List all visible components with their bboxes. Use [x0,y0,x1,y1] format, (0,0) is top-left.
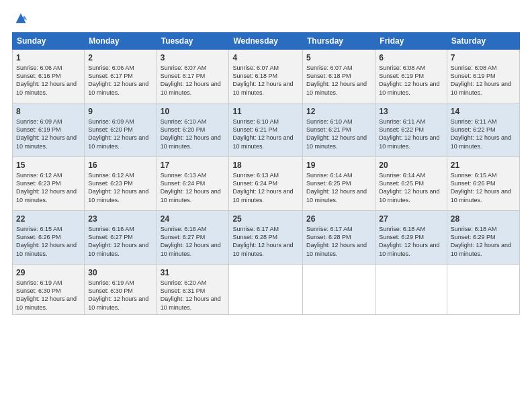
daylight-text: Daylight: 12 hours and 10 minutes. [161,134,221,149]
day-number: 2 [88,52,152,63]
calendar-cell: 19Sunrise: 6:14 AMSunset: 6:25 PMDayligh… [303,157,375,211]
sunset-text: Sunset: 6:30 PM [88,287,133,294]
day-number: 18 [232,160,299,171]
sunset-text: Sunset: 6:29 PM [451,234,496,240]
daylight-text: Daylight: 12 hours and 10 minutes. [232,188,293,203]
daylight-text: Daylight: 12 hours and 10 minutes. [232,134,293,149]
calendar-day-header: Wednesday [229,33,303,50]
sunrise-text: Sunrise: 6:15 AM [451,172,497,179]
sunset-text: Sunset: 6:17 PM [161,73,206,79]
sunset-text: Sunset: 6:19 PM [451,73,496,79]
sunrise-text: Sunrise: 6:08 AM [379,64,425,71]
calendar-cell: 13Sunrise: 6:11 AMSunset: 6:22 PMDayligh… [375,103,447,157]
logo [12,11,28,26]
sunrise-text: Sunrise: 6:18 AM [451,226,497,232]
sunset-text: Sunset: 6:24 PM [161,180,206,187]
sunset-text: Sunset: 6:21 PM [232,126,277,133]
sunset-text: Sunset: 6:19 PM [379,73,424,79]
sunrise-text: Sunrise: 6:14 AM [379,172,425,179]
day-number: 29 [16,267,81,278]
day-number: 12 [306,106,371,117]
header [12,11,520,26]
sunrise-text: Sunrise: 6:09 AM [16,118,62,125]
calendar-cell: 8Sunrise: 6:09 AMSunset: 6:19 PMDaylight… [13,103,85,157]
day-number: 27 [379,214,443,224]
daylight-text: Daylight: 12 hours and 10 minutes. [451,188,511,203]
day-number: 13 [379,106,443,117]
calendar-cell: 23Sunrise: 6:16 AMSunset: 6:27 PMDayligh… [85,211,157,265]
sunset-text: Sunset: 6:25 PM [379,180,424,187]
calendar-cell: 21Sunrise: 6:15 AMSunset: 6:26 PMDayligh… [447,157,519,211]
sunset-text: Sunset: 6:22 PM [379,126,424,133]
daylight-text: Daylight: 12 hours and 10 minutes. [88,242,148,257]
daylight-text: Daylight: 12 hours and 10 minutes. [232,81,293,95]
day-number: 21 [451,160,516,171]
calendar-week-row: 8Sunrise: 6:09 AMSunset: 6:19 PMDaylight… [13,103,520,157]
calendar-cell: 12Sunrise: 6:10 AMSunset: 6:21 PMDayligh… [303,103,375,157]
day-number: 7 [451,52,516,63]
sunrise-text: Sunrise: 6:12 AM [16,172,62,179]
sunrise-text: Sunrise: 6:15 AM [16,226,62,232]
sunrise-text: Sunrise: 6:10 AM [232,118,279,125]
day-number: 6 [379,52,443,63]
calendar-day-header: Friday [375,33,447,50]
sunrise-text: Sunrise: 6:20 AM [161,279,207,286]
calendar-cell: 31Sunrise: 6:20 AMSunset: 6:31 PMDayligh… [157,265,229,315]
day-number: 1 [16,52,81,63]
daylight-text: Daylight: 12 hours and 10 minutes. [306,188,367,203]
sunset-text: Sunset: 6:16 PM [16,73,61,79]
calendar-cell: 6Sunrise: 6:08 AMSunset: 6:19 PMDaylight… [375,50,447,103]
calendar-cell: 9Sunrise: 6:09 AMSunset: 6:20 PMDaylight… [85,103,157,157]
daylight-text: Daylight: 12 hours and 10 minutes. [232,242,293,257]
calendar-week-row: 1Sunrise: 6:06 AMSunset: 6:16 PMDaylight… [13,50,520,103]
sunrise-text: Sunrise: 6:18 AM [379,226,425,232]
calendar-cell: 29Sunrise: 6:19 AMSunset: 6:30 PMDayligh… [13,265,85,315]
sunset-text: Sunset: 6:30 PM [16,287,61,294]
day-number: 26 [306,214,371,224]
calendar-cell: 2Sunrise: 6:06 AMSunset: 6:17 PMDaylight… [85,50,157,103]
day-number: 9 [88,106,152,117]
sunset-text: Sunset: 6:23 PM [16,180,61,187]
daylight-text: Daylight: 12 hours and 10 minutes. [306,134,367,149]
sunset-text: Sunset: 6:28 PM [306,234,351,240]
sunrise-text: Sunrise: 6:10 AM [161,118,207,125]
calendar-cell: 7Sunrise: 6:08 AMSunset: 6:19 PMDaylight… [447,50,519,103]
day-number: 4 [232,52,299,63]
sunset-text: Sunset: 6:20 PM [161,126,206,133]
daylight-text: Daylight: 12 hours and 10 minutes. [161,81,221,95]
sunrise-text: Sunrise: 6:07 AM [161,64,207,71]
calendar-cell [375,265,447,315]
daylight-text: Daylight: 12 hours and 10 minutes. [16,81,77,95]
calendar-cell: 24Sunrise: 6:16 AMSunset: 6:27 PMDayligh… [157,211,229,265]
day-number: 16 [88,160,152,171]
calendar-cell: 4Sunrise: 6:07 AMSunset: 6:18 PMDaylight… [229,50,303,103]
sunrise-text: Sunrise: 6:14 AM [306,172,353,179]
day-number: 24 [161,214,226,224]
calendar-cell: 5Sunrise: 6:07 AMSunset: 6:18 PMDaylight… [303,50,375,103]
sunrise-text: Sunrise: 6:08 AM [451,64,497,71]
day-number: 22 [16,214,81,224]
day-number: 8 [16,106,81,117]
sunset-text: Sunset: 6:17 PM [88,73,133,79]
daylight-text: Daylight: 12 hours and 10 minutes. [88,295,148,310]
daylight-text: Daylight: 12 hours and 10 minutes. [379,81,439,95]
daylight-text: Daylight: 12 hours and 10 minutes. [161,188,221,203]
sunrise-text: Sunrise: 6:06 AM [88,64,134,71]
calendar-day-header: Monday [85,33,157,50]
sunset-text: Sunset: 6:20 PM [88,126,133,133]
sunrise-text: Sunrise: 6:12 AM [88,172,134,179]
calendar-cell: 16Sunrise: 6:12 AMSunset: 6:23 PMDayligh… [85,157,157,211]
day-number: 14 [451,106,516,117]
sunset-text: Sunset: 6:27 PM [161,234,206,240]
calendar-day-header: Sunday [13,33,85,50]
sunset-text: Sunset: 6:29 PM [379,234,424,240]
sunrise-text: Sunrise: 6:13 AM [161,172,207,179]
calendar-day-header: Thursday [303,33,375,50]
calendar-table: SundayMondayTuesdayWednesdayThursdayFrid… [12,32,520,315]
calendar-cell: 25Sunrise: 6:17 AMSunset: 6:28 PMDayligh… [229,211,303,265]
day-number: 17 [161,160,226,171]
day-number: 19 [306,160,371,171]
sunset-text: Sunset: 6:23 PM [88,180,133,187]
sunset-text: Sunset: 6:18 PM [306,73,351,79]
day-number: 25 [232,214,299,224]
